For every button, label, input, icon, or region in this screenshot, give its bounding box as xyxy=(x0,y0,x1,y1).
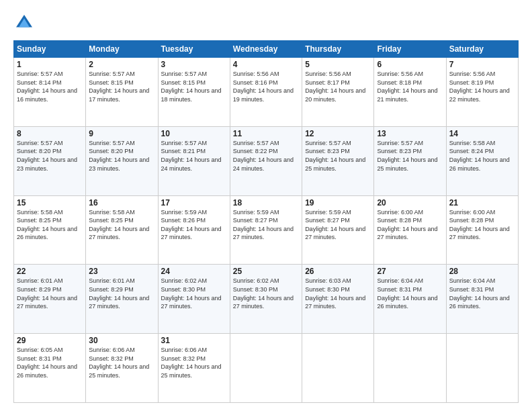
day-cell: 10 Sunrise: 5:57 AMSunset: 8:21 PMDaylig… xyxy=(158,126,230,195)
day-info: Sunrise: 6:06 AMSunset: 8:32 PMDaylight:… xyxy=(161,346,227,379)
day-cell: 14 Sunrise: 5:58 AMSunset: 8:24 PMDaylig… xyxy=(446,126,518,195)
day-number: 3 xyxy=(161,60,227,69)
day-info: Sunrise: 6:01 AMSunset: 8:29 PMDaylight:… xyxy=(17,277,83,310)
day-info: Sunrise: 6:05 AMSunset: 8:31 PMDaylight:… xyxy=(17,346,83,379)
col-header-tuesday: Tuesday xyxy=(158,41,230,58)
day-number: 12 xyxy=(305,129,371,138)
day-number: 20 xyxy=(377,198,443,208)
day-cell: 25 Sunrise: 6:02 AMSunset: 8:30 PMDaylig… xyxy=(230,265,302,334)
day-number: 13 xyxy=(377,129,443,138)
week-row-4: 22 Sunrise: 6:01 AMSunset: 8:29 PMDaylig… xyxy=(14,265,519,334)
day-cell: 4 Sunrise: 5:56 AMSunset: 8:16 PMDayligh… xyxy=(230,58,302,127)
day-number: 5 xyxy=(305,60,371,69)
day-cell: 31 Sunrise: 6:06 AMSunset: 8:32 PMDaylig… xyxy=(158,334,230,403)
day-cell: 19 Sunrise: 5:59 AMSunset: 8:27 PMDaylig… xyxy=(302,195,374,265)
day-info: Sunrise: 6:04 AMSunset: 8:31 PMDaylight:… xyxy=(377,277,443,310)
col-header-saturday: Saturday xyxy=(446,41,518,58)
day-info: Sunrise: 5:56 AMSunset: 8:16 PMDaylight:… xyxy=(233,70,299,103)
day-cell: 28 Sunrise: 6:04 AMSunset: 8:31 PMDaylig… xyxy=(446,265,518,334)
day-info: Sunrise: 6:06 AMSunset: 8:32 PMDaylight:… xyxy=(89,346,154,379)
day-cell: 15 Sunrise: 5:58 AMSunset: 8:25 PMDaylig… xyxy=(14,195,86,265)
day-number: 23 xyxy=(89,267,154,276)
day-info: Sunrise: 5:58 AMSunset: 8:25 PMDaylight:… xyxy=(17,208,83,242)
day-number: 16 xyxy=(89,198,154,208)
day-info: Sunrise: 6:04 AMSunset: 8:31 PMDaylight:… xyxy=(449,277,515,310)
col-header-thursday: Thursday xyxy=(302,41,374,58)
day-cell: 22 Sunrise: 6:01 AMSunset: 8:29 PMDaylig… xyxy=(14,265,86,334)
day-cell: 20 Sunrise: 6:00 AMSunset: 8:28 PMDaylig… xyxy=(374,195,446,265)
day-info: Sunrise: 5:57 AMSunset: 8:15 PMDaylight:… xyxy=(89,70,154,103)
logo xyxy=(13,12,38,34)
day-cell: 30 Sunrise: 6:06 AMSunset: 8:32 PMDaylig… xyxy=(86,334,158,403)
day-cell: 23 Sunrise: 6:01 AMSunset: 8:29 PMDaylig… xyxy=(86,265,158,334)
day-info: Sunrise: 6:02 AMSunset: 8:30 PMDaylight:… xyxy=(233,277,299,310)
day-number: 11 xyxy=(233,129,299,138)
day-info: Sunrise: 5:59 AMSunset: 8:26 PMDaylight:… xyxy=(161,208,227,242)
day-cell: 6 Sunrise: 5:56 AMSunset: 8:18 PMDayligh… xyxy=(374,58,446,127)
day-number: 31 xyxy=(161,336,227,345)
day-cell: 27 Sunrise: 6:04 AMSunset: 8:31 PMDaylig… xyxy=(374,265,446,334)
day-number: 7 xyxy=(449,60,515,69)
day-info: Sunrise: 5:57 AMSunset: 8:23 PMDaylight:… xyxy=(377,139,443,173)
day-info: Sunrise: 5:57 AMSunset: 8:14 PMDaylight:… xyxy=(17,70,83,103)
day-info: Sunrise: 5:57 AMSunset: 8:20 PMDaylight:… xyxy=(89,139,154,173)
day-number: 27 xyxy=(377,267,443,276)
day-number: 25 xyxy=(233,267,299,276)
day-info: Sunrise: 6:02 AMSunset: 8:30 PMDaylight:… xyxy=(161,277,227,310)
day-cell: 9 Sunrise: 5:57 AMSunset: 8:20 PMDayligh… xyxy=(86,126,158,195)
day-cell: 1 Sunrise: 5:57 AMSunset: 8:14 PMDayligh… xyxy=(14,58,86,127)
day-info: Sunrise: 5:56 AMSunset: 8:18 PMDaylight:… xyxy=(377,70,443,103)
day-cell: 2 Sunrise: 5:57 AMSunset: 8:15 PMDayligh… xyxy=(86,58,158,127)
col-header-friday: Friday xyxy=(374,41,446,58)
day-info: Sunrise: 5:59 AMSunset: 8:27 PMDaylight:… xyxy=(233,208,299,242)
day-number: 21 xyxy=(449,198,515,208)
day-cell: 8 Sunrise: 5:57 AMSunset: 8:20 PMDayligh… xyxy=(14,126,86,195)
day-number: 6 xyxy=(377,60,443,69)
day-info: Sunrise: 5:58 AMSunset: 8:24 PMDaylight:… xyxy=(449,139,515,173)
day-info: Sunrise: 5:57 AMSunset: 8:22 PMDaylight:… xyxy=(233,139,299,173)
day-info: Sunrise: 5:57 AMSunset: 8:23 PMDaylight:… xyxy=(305,139,371,173)
day-cell: 12 Sunrise: 5:57 AMSunset: 8:23 PMDaylig… xyxy=(302,126,374,195)
col-header-wednesday: Wednesday xyxy=(230,41,302,58)
day-number: 29 xyxy=(17,336,83,345)
day-number: 2 xyxy=(89,60,154,69)
day-number: 1 xyxy=(17,60,83,69)
day-cell xyxy=(446,334,518,403)
column-headers: SundayMondayTuesdayWednesdayThursdayFrid… xyxy=(14,41,519,58)
week-row-5: 29 Sunrise: 6:05 AMSunset: 8:31 PMDaylig… xyxy=(14,334,519,403)
day-cell: 7 Sunrise: 5:56 AMSunset: 8:19 PMDayligh… xyxy=(446,58,518,127)
week-row-3: 15 Sunrise: 5:58 AMSunset: 8:25 PMDaylig… xyxy=(14,195,519,265)
day-cell: 13 Sunrise: 5:57 AMSunset: 8:23 PMDaylig… xyxy=(374,126,446,195)
day-info: Sunrise: 6:01 AMSunset: 8:29 PMDaylight:… xyxy=(89,277,154,310)
day-cell: 3 Sunrise: 5:57 AMSunset: 8:15 PMDayligh… xyxy=(158,58,230,127)
day-cell: 24 Sunrise: 6:02 AMSunset: 8:30 PMDaylig… xyxy=(158,265,230,334)
day-cell xyxy=(374,334,446,403)
day-number: 30 xyxy=(89,336,154,345)
week-row-1: 1 Sunrise: 5:57 AMSunset: 8:14 PMDayligh… xyxy=(14,58,519,127)
day-number: 24 xyxy=(161,267,227,276)
day-number: 14 xyxy=(449,129,515,138)
day-number: 4 xyxy=(233,60,299,69)
day-info: Sunrise: 5:56 AMSunset: 8:19 PMDaylight:… xyxy=(449,70,515,103)
calendar-table: SundayMondayTuesdayWednesdayThursdayFrid… xyxy=(13,40,519,403)
day-number: 8 xyxy=(17,129,83,138)
day-number: 22 xyxy=(17,267,83,276)
day-number: 26 xyxy=(305,267,371,276)
day-cell: 18 Sunrise: 5:59 AMSunset: 8:27 PMDaylig… xyxy=(230,195,302,265)
day-cell: 16 Sunrise: 5:58 AMSunset: 8:25 PMDaylig… xyxy=(86,195,158,265)
day-number: 10 xyxy=(161,129,227,138)
day-info: Sunrise: 5:56 AMSunset: 8:17 PMDaylight:… xyxy=(305,70,371,103)
logo-icon xyxy=(13,12,35,34)
day-cell xyxy=(230,334,302,403)
header xyxy=(13,12,519,34)
day-info: Sunrise: 5:59 AMSunset: 8:27 PMDaylight:… xyxy=(305,208,371,242)
day-number: 19 xyxy=(305,198,371,208)
day-info: Sunrise: 5:58 AMSunset: 8:25 PMDaylight:… xyxy=(89,208,154,242)
day-cell: 11 Sunrise: 5:57 AMSunset: 8:22 PMDaylig… xyxy=(230,126,302,195)
day-number: 18 xyxy=(233,198,299,208)
week-row-2: 8 Sunrise: 5:57 AMSunset: 8:20 PMDayligh… xyxy=(14,126,519,195)
day-info: Sunrise: 6:00 AMSunset: 8:28 PMDaylight:… xyxy=(449,208,515,242)
day-info: Sunrise: 6:03 AMSunset: 8:30 PMDaylight:… xyxy=(305,277,371,310)
day-number: 15 xyxy=(17,198,83,208)
col-header-monday: Monday xyxy=(86,41,158,58)
